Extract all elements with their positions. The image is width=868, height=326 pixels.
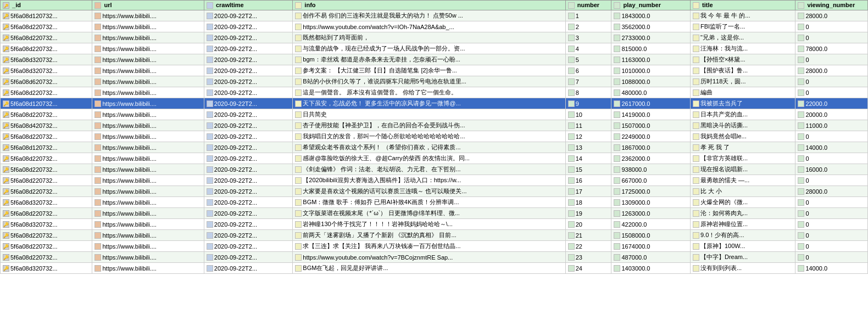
table-row[interactable]: 🔑5f6a08d220732...https://www.bilibili...… [1, 186, 868, 197]
cell-title: "兄弟，这是你... [690, 32, 795, 43]
txt-icon [693, 221, 699, 228]
cell-number: 6 [565, 65, 611, 76]
table-row[interactable]: 🔑5f6a08d220732...https://www.bilibili...… [1, 175, 868, 186]
col-header-play_number[interactable]: play_number [611, 1, 691, 10]
table-row[interactable]: 🔑5f6a08d220732...https://www.bilibili...… [1, 87, 868, 98]
cell-info: 求【三连】求【关注】 我再来八万块钱凑一百万创世结晶... [293, 241, 565, 252]
txt-icon [295, 122, 302, 129]
cell-crawltime: 2020-09-22T2... [204, 131, 292, 142]
table-row[interactable]: 🔑5f6a08d220732...https://www.bilibili...… [1, 164, 868, 175]
cell-info: 天下虽安，忘战必危！ 更多生活中的凉风请参见一微博@... [293, 98, 565, 109]
cell-number: 1 [565, 10, 611, 21]
cell-text-play_number: 667000.0 [621, 177, 647, 184]
table-row[interactable]: 🔑5f6a08d220732...https://www.bilibili...… [1, 21, 868, 32]
cal-icon [207, 24, 213, 30]
cell-title: 【非官方英雄联... [690, 153, 795, 164]
cell-text-number: 14 [576, 155, 582, 162]
txt-icon [295, 210, 302, 217]
num-icon [798, 57, 804, 63]
table-row[interactable]: 🔑5f6a08d220732...https://www.bilibili...… [1, 109, 868, 120]
cell-title: 现在报名说唱新... [690, 164, 795, 175]
cell-text-_id: 5f6a08d320732... [10, 221, 58, 228]
img-icon [94, 177, 101, 184]
cell-text-number: 13 [576, 144, 582, 151]
cell-number: 12 [565, 131, 611, 142]
cell-text-viewing_number: 0 [805, 243, 809, 250]
cell-text-_id: 5f6a08d320732... [10, 199, 58, 206]
table-row[interactable]: 🔑5f6a08d320732...https://www.bilibili...… [1, 197, 868, 208]
cell-text-number: 1 [576, 13, 579, 19]
cell-text-number: 7 [576, 78, 579, 85]
cell-play_number: 815000.0 [611, 43, 691, 54]
table-row[interactable]: 🔑5f6a08d420732...https://www.bilibili...… [1, 120, 868, 131]
table-row[interactable]: 🔑5f6a08d320732...https://www.bilibili...… [1, 65, 868, 76]
cell-_id: 🔑5f6a08d220732... [1, 87, 92, 98]
num-icon [568, 166, 575, 173]
col-header-viewing_number[interactable]: viewing_number [795, 1, 868, 10]
table-row[interactable]: 🔑5f6a08d320732...https://www.bilibili...… [1, 219, 868, 230]
txt-icon [295, 89, 302, 96]
table-row[interactable]: 🔑5f6a08d120732...https://www.bilibili...… [1, 10, 868, 21]
col-header-crawltime[interactable]: crawltime [204, 1, 292, 10]
col-header-url[interactable]: url [92, 1, 204, 10]
table-row[interactable]: 🔑5f6a08d220732...https://www.bilibili...… [1, 208, 868, 219]
table-row[interactable]: 🔑5f6a08d320732...https://www.bilibili...… [1, 54, 868, 65]
cell-url: https://www.bilibili.... [92, 120, 204, 131]
cell-text-title: 編曲 [700, 88, 713, 97]
num-icon [614, 122, 620, 129]
cell-number: 24 [565, 263, 611, 274]
table-row[interactable]: 🔑5f6a08d220732...https://www.bilibili...… [1, 153, 868, 164]
cell-info: bgm：牵丝戏 都道是赤条条来去无牵挂，怎奈顽石一心盼... [293, 54, 565, 65]
table-row[interactable]: 🔑5f6a08d320732...https://www.bilibili...… [1, 263, 868, 274]
txt-icon [693, 155, 699, 162]
num-icon [568, 254, 575, 261]
cal-icon [207, 13, 213, 19]
cell-text-viewing_number: 0 [805, 57, 809, 63]
cell-viewing_number: 0 [795, 219, 868, 230]
table-row[interactable]: 🔑5f6a08d220732...https://www.bilibili...… [1, 241, 868, 252]
cell-text-play_number: 2733000.0 [621, 35, 650, 41]
num-icon [798, 89, 804, 96]
img-icon [94, 111, 101, 118]
num-icon [614, 177, 620, 184]
img-icon [94, 210, 101, 217]
txt-icon [295, 166, 302, 173]
table-row[interactable]: 🔑5f6a08d220732...https://www.bilibili...… [1, 32, 868, 43]
cell-text-url: https://www.bilibili.... [102, 254, 156, 261]
col-header-title[interactable]: title [690, 1, 795, 10]
table-row[interactable]: 🔑5f6a08d220732...https://www.bilibili...… [1, 252, 868, 263]
txt-icon [693, 35, 699, 41]
col-header-info[interactable]: info [293, 1, 565, 10]
cell-info: B站的小伙伴们久等了，谁说四驱车只能用5号电池在轨道里... [293, 76, 565, 87]
col-header-id[interactable]: 🔑 _id [1, 1, 92, 10]
num-icon [614, 199, 620, 206]
table-row[interactable]: 🔑5f6a08d120732...https://www.bilibili...… [1, 98, 868, 109]
cell-text-viewing_number: 0 [805, 78, 809, 85]
cal-icon [207, 111, 213, 118]
cell-play_number: 1507000.0 [611, 120, 691, 131]
table-row[interactable]: 🔑5f6a08d220732...https://www.bilibili...… [1, 230, 868, 241]
table-row[interactable]: 🔑5f6a08d620732...https://www.bilibili...… [1, 76, 868, 87]
cell-info: 希望观众老爷喜欢这个系列！ （希望你们喜欢，记得素质... [293, 142, 565, 153]
num-icon [568, 68, 575, 74]
table-row[interactable]: 🔑5f6a08d220732...https://www.bilibili...… [1, 43, 868, 54]
cell-viewing_number: 28000.0 [795, 10, 868, 21]
cell-text-url: https://www.bilibili.... [102, 265, 156, 272]
cell-play_number: 667000.0 [611, 175, 691, 186]
cell-text-info: 這是一個聲音。 原本沒有這個聲音。 你给了它一個生命。 [303, 88, 457, 97]
num-icon [798, 133, 804, 140]
num-icon [614, 46, 620, 52]
cal-icon [207, 155, 213, 162]
table-row[interactable]: 🔑5f6a08d120732...https://www.bilibili...… [1, 142, 868, 153]
num-icon [614, 155, 620, 162]
cell-viewing_number: 14000.0 [795, 142, 868, 153]
num-icon [568, 232, 575, 239]
cell-title: 原神岩神瞳位置... [690, 219, 795, 230]
cell-url: https://www.bilibili.... [92, 87, 204, 98]
col-header-number[interactable]: number [565, 1, 611, 10]
txt-icon [693, 78, 699, 85]
num-icon [568, 221, 575, 228]
cell-text-info: 《剑走偏锋》 作词：法老、老坛胡说、力元君、在下哲别... [303, 165, 460, 173]
table-row[interactable]: 🔑5f6a08d220732...https://www.bilibili...… [1, 131, 868, 142]
cell-text-url: https://www.bilibili.... [102, 111, 156, 118]
